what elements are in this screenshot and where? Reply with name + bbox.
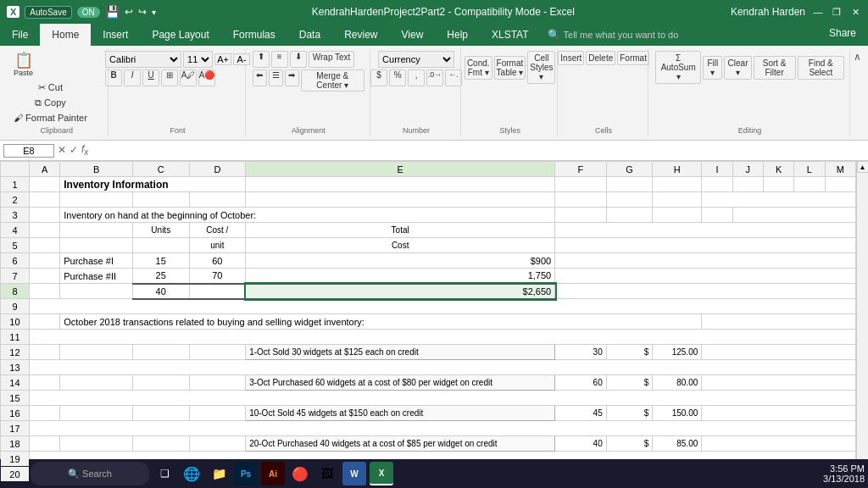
cell-c2[interactable]	[132, 192, 189, 208]
col-header-a[interactable]: A	[29, 162, 59, 177]
cell-b3[interactable]: Inventory on hand at the beginning of Oc…	[60, 208, 555, 223]
cell-i18[interactable]	[702, 436, 856, 452]
share-button[interactable]: Share	[817, 24, 868, 46]
col-header-g[interactable]: G	[606, 162, 653, 177]
tab-home[interactable]: Home	[40, 24, 91, 46]
cell-c7[interactable]: 25	[132, 269, 189, 284]
cell-i12[interactable]	[702, 345, 856, 360]
cell-b12[interactable]	[60, 345, 133, 360]
paste-button[interactable]: 📋Paste	[10, 51, 36, 79]
cell-a4[interactable]	[29, 223, 59, 238]
cell-c5[interactable]	[132, 238, 189, 253]
cell-i16[interactable]	[702, 406, 856, 421]
col-header-l[interactable]: L	[794, 162, 825, 177]
insert-function-icon[interactable]: fx	[81, 143, 88, 157]
cell-a12[interactable]	[29, 345, 59, 360]
cell-f4[interactable]	[555, 223, 856, 238]
tab-review[interactable]: Review	[332, 24, 389, 46]
tab-page-layout[interactable]: Page Layout	[140, 24, 220, 46]
font-name-select[interactable]: Calibri	[105, 51, 181, 68]
cell-h16[interactable]: 150.00	[653, 406, 702, 421]
merge-center-button[interactable]: Merge & Center ▾	[301, 69, 364, 92]
taskbar-edge[interactable]: 🌐	[180, 462, 203, 485]
cell-c16[interactable]	[132, 406, 189, 421]
col-header-b[interactable]: B	[60, 162, 133, 177]
cell-h12[interactable]: 125.00	[653, 345, 702, 360]
conditional-formatting-button[interactable]: Cond.Fmt ▾	[465, 56, 492, 80]
cell-f5[interactable]	[555, 238, 856, 253]
cell-g3[interactable]	[653, 208, 702, 223]
cell-a2[interactable]	[29, 192, 59, 208]
cell-d8[interactable]	[189, 284, 246, 299]
font-color-button[interactable]: A🔴	[198, 69, 215, 86]
cell-h2[interactable]	[653, 192, 702, 208]
wrap-text-button[interactable]: Wrap Text	[309, 51, 355, 68]
confirm-formula-icon[interactable]: ✓	[70, 144, 78, 156]
cell-c6[interactable]: 15	[132, 253, 189, 269]
align-center-button[interactable]: ☰	[269, 69, 283, 86]
cell-c8[interactable]: 40	[132, 284, 189, 299]
cell-c12[interactable]	[132, 345, 189, 360]
taskbar-photoshop[interactable]: Ps	[234, 462, 258, 485]
cell-f1[interactable]	[555, 177, 607, 192]
taskbar-chrome[interactable]: 🔴	[288, 462, 312, 485]
taskbar-task-view[interactable]: ❑	[153, 462, 176, 485]
cell-b14[interactable]	[60, 375, 133, 391]
minimize-button[interactable]: —	[812, 6, 824, 18]
cell-b8[interactable]	[60, 284, 133, 299]
find-select-button[interactable]: Find & Select	[798, 56, 844, 80]
cell-f8[interactable]	[555, 284, 856, 299]
font-size-select[interactable]: 11	[183, 51, 213, 68]
underline-button[interactable]: U	[142, 69, 159, 86]
cell-e5[interactable]: Cost	[246, 238, 555, 253]
col-header-f[interactable]: F	[555, 162, 607, 177]
cell-h14[interactable]: 80.00	[653, 375, 702, 391]
tab-formulas[interactable]: Formulas	[221, 24, 287, 46]
cell-h3[interactable]	[702, 208, 732, 223]
col-header-i[interactable]: I	[702, 162, 732, 177]
tab-xlstat[interactable]: XLSTAT	[480, 24, 541, 46]
cell-d7[interactable]: 70	[189, 269, 246, 284]
taskbar-search[interactable]: 🔍 Search	[31, 462, 149, 485]
cell-l1[interactable]	[794, 177, 825, 192]
cell-d12[interactable]	[189, 345, 246, 360]
comma-button[interactable]: ,	[408, 69, 425, 86]
insert-cells-button[interactable]: Insert	[558, 51, 584, 65]
format-painter-button[interactable]: 🖌 Format Painter	[10, 111, 91, 125]
cell-b5[interactable]	[60, 238, 133, 253]
clear-button[interactable]: Clear ▾	[724, 56, 751, 80]
tab-data[interactable]: Data	[287, 24, 332, 46]
tell-me-input[interactable]: Tell me what you want to do	[564, 30, 679, 40]
col-header-k[interactable]: K	[763, 162, 793, 177]
taskbar-illustrator[interactable]: Ai	[261, 462, 285, 485]
percent-button[interactable]: $	[370, 69, 387, 86]
cell-k1[interactable]	[763, 177, 793, 192]
cell-a14[interactable]	[29, 375, 59, 391]
cell-f18[interactable]: 40	[555, 436, 607, 452]
cell-a8[interactable]	[29, 284, 59, 299]
cell-d5[interactable]: unit	[189, 238, 246, 253]
cell-f12[interactable]: 30	[555, 345, 607, 360]
sort-filter-button[interactable]: Sort & Filter	[754, 56, 796, 80]
col-header-h[interactable]: H	[653, 162, 702, 177]
cell-b1[interactable]: Inventory Information	[60, 177, 246, 192]
cell-i2[interactable]	[702, 192, 856, 208]
cell-f14[interactable]: 60	[555, 375, 607, 391]
cell-a13[interactable]	[29, 360, 855, 375]
col-header-d[interactable]: D	[189, 162, 246, 177]
save-icon[interactable]: 💾	[105, 5, 120, 19]
cancel-formula-icon[interactable]: ✕	[58, 144, 66, 156]
cell-c4[interactable]: Units	[132, 223, 189, 238]
cell-i1[interactable]	[702, 177, 732, 192]
cell-d2[interactable]	[189, 192, 246, 208]
col-header-c[interactable]: C	[132, 162, 189, 177]
cell-e8[interactable]: $2,650	[246, 284, 555, 299]
cell-d4[interactable]: Cost /	[189, 223, 246, 238]
cell-f6[interactable]	[555, 253, 856, 269]
cell-a18[interactable]	[29, 436, 59, 452]
cell-b2[interactable]	[60, 192, 133, 208]
formula-input[interactable]	[92, 145, 865, 157]
tab-help[interactable]: Help	[435, 24, 480, 46]
increase-decimal-button[interactable]: .0→	[426, 69, 443, 86]
close-button[interactable]: ✕	[849, 6, 861, 18]
